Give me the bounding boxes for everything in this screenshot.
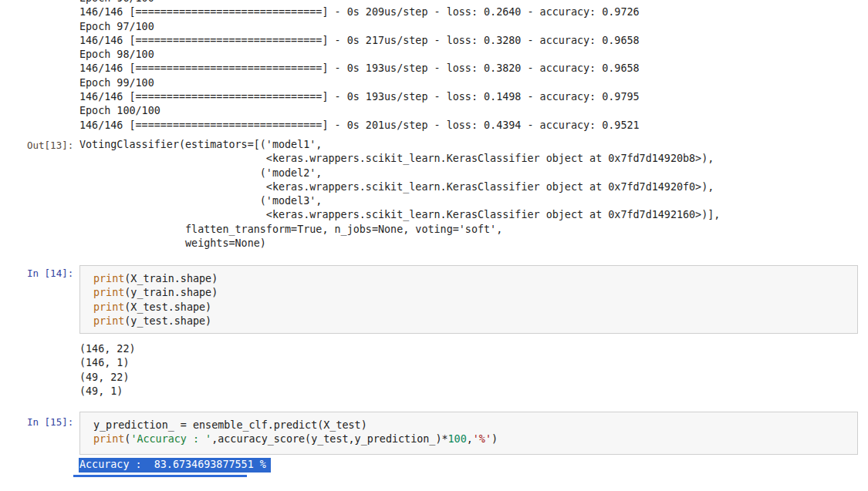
code-token: (y_test.shape) [124, 315, 211, 327]
shape-print-output: (146, 22) (146, 1) (49, 22) (49, 1) [79, 342, 136, 399]
code-token: print [93, 273, 124, 284]
code-line: print(X_test.shape) [93, 301, 844, 314]
code-token: (X_test.shape) [124, 301, 211, 313]
code-cell-14-input[interactable]: print(X_train.shape)print(y_train.shape)… [79, 265, 858, 334]
code-token: (y_train.shape) [124, 287, 218, 298]
notebook-page: Epoch 96/100 146/146 [==================… [0, 0, 868, 491]
code-line: print(y_train.shape) [93, 286, 844, 300]
out-prompt-13: Out[13]: [27, 139, 81, 152]
code-cell-15-input[interactable]: y_prediction_ = ensemble_clf.predict(X_t… [79, 412, 858, 455]
selection-underline [73, 475, 247, 477]
code-token: y_prediction_ = ensemble_clf.predict(X_t… [93, 419, 367, 431]
code-cell-15-code: y_prediction_ = ensemble_clf.predict(X_t… [93, 419, 844, 447]
code-line: print(X_train.shape) [93, 272, 844, 286]
code-token: (X_train.shape) [124, 273, 218, 284]
in-prompt-14: In [14]: [27, 267, 81, 280]
code-token: ,accuracy_score(y_test,y_prediction_)* [211, 433, 448, 445]
keras-training-log-output: Epoch 96/100 146/146 [==================… [79, 0, 640, 133]
code-token: print [93, 433, 124, 445]
code-token: print [93, 301, 124, 313]
code-line: y_prediction_ = ensemble_clf.predict(X_t… [93, 419, 844, 432]
code-token: print [93, 315, 124, 327]
code-line: print('Accuracy : ',accuracy_score(y_tes… [93, 432, 844, 446]
code-token: 'Accuracy : ' [130, 433, 211, 445]
accuracy-output-selected-text: Accuracy : 83.6734693877551 % [79, 458, 271, 473]
code-token: ) [491, 433, 498, 445]
code-token: , [467, 433, 473, 445]
code-token: print [93, 287, 124, 298]
code-token: '%' [473, 433, 491, 445]
votingclassifier-repr-output: VotingClassifier(estimators=[('model1', … [79, 138, 720, 251]
code-cell-14-code: print(X_train.shape)print(y_train.shape)… [93, 272, 844, 328]
code-token: 100 [448, 433, 467, 445]
in-prompt-15: In [15]: [27, 415, 81, 429]
code-line: print(y_test.shape) [93, 314, 844, 328]
